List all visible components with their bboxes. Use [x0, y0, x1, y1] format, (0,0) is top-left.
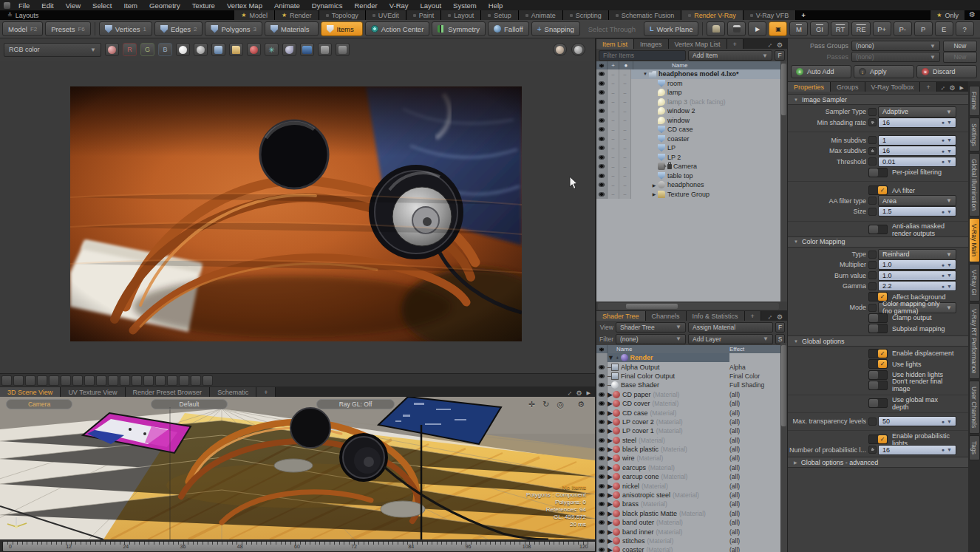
- item-panel-tab-images[interactable]: Images: [634, 39, 669, 49]
- visibility-cell[interactable]: [596, 180, 608, 190]
- layout-tab-scripting[interactable]: Scripting: [563, 10, 609, 20]
- channel-button[interactable]: [868, 304, 877, 312]
- section-header-global-options-advanced[interactable]: ▶Global options - advanced: [788, 457, 968, 468]
- item-row-cd-case[interactable]: ––CD case: [596, 125, 780, 134]
- section-header-image-sampler[interactable]: ▼Image Sampler: [788, 94, 968, 105]
- vertical-scrollbar[interactable]: [780, 61, 787, 301]
- item-row-window[interactable]: ––window: [596, 116, 780, 126]
- expander-open[interactable]: ▼: [642, 72, 649, 76]
- name-column-header[interactable]: Name: [608, 346, 729, 352]
- vray-button-e[interactable]: E: [935, 21, 953, 36]
- menu-render[interactable]: Render: [349, 1, 384, 10]
- checkbox-enable-displacement[interactable]: ✓: [868, 349, 888, 358]
- shader-row-band-inner[interactable]: ▶band inner(Material)(all): [596, 527, 787, 536]
- shader-row-final-color-output[interactable]: –Final Color OutputFinal Color: [596, 372, 787, 381]
- discard-button[interactable]: × Discard: [916, 65, 977, 78]
- menu-animate[interactable]: Animate: [268, 1, 306, 10]
- chevron-right-icon[interactable]: ▶: [587, 390, 591, 396]
- render-toggle-cell[interactable]: –: [608, 171, 619, 181]
- preview-sphere-button-2[interactable]: [571, 43, 585, 56]
- camera-view-button[interactable]: Camera: [6, 399, 72, 409]
- only-toggle[interactable]: ★ Only: [930, 10, 964, 20]
- layout-tab-model[interactable]: ★Model: [234, 10, 275, 20]
- expander[interactable]: ▶: [608, 409, 613, 417]
- visibility-cell[interactable]: [596, 390, 608, 399]
- image-icon[interactable]: [132, 375, 142, 386]
- eye-mini-icon[interactable]: ●: [942, 262, 945, 268]
- shader-row-coaster[interactable]: ▶coaster(Material)(all): [596, 545, 787, 552]
- chevron-right-icon[interactable]: ▶: [960, 85, 964, 91]
- visibility-cell[interactable]: [596, 162, 608, 171]
- red-sphere-button[interactable]: [247, 43, 261, 56]
- menu-edit[interactable]: Edit: [35, 1, 59, 10]
- expander[interactable]: ▶: [608, 528, 613, 536]
- shader-panel-tab-channels[interactable]: Channels: [646, 311, 687, 321]
- menu-select[interactable]: Select: [86, 1, 118, 10]
- color-presets-icon[interactable]: [105, 43, 119, 56]
- item-row-lamp[interactable]: ––lamp: [596, 88, 780, 98]
- render-toggle-cell[interactable]: –: [608, 79, 619, 89]
- channel-button[interactable]: [868, 282, 877, 290]
- snapping-button[interactable]: + Snapping: [531, 21, 580, 36]
- visibility-cell[interactable]: [596, 481, 608, 490]
- viewport-tab-3d-scene-view[interactable]: 3D Scene View: [0, 387, 61, 397]
- chevron-down-icon[interactable]: ▼: [947, 209, 952, 214]
- visibility-cell[interactable]: [596, 69, 608, 79]
- checkbox-enable-probabilistic-lights[interactable]: ✓: [868, 435, 888, 444]
- dropdown-type[interactable]: Reinhard▼: [878, 249, 956, 260]
- lock-toggle-cell[interactable]: –: [619, 106, 631, 116]
- item-row-table-top[interactable]: ––table top: [596, 171, 780, 181]
- properties-tab-groups[interactable]: Groups: [831, 82, 865, 92]
- expander[interactable]: ▶: [608, 464, 613, 471]
- shader-row-earcups[interactable]: ▶earcups(Material)(all): [596, 463, 787, 472]
- shader-row-brass[interactable]: ▶brass(Material)(all): [596, 500, 787, 508]
- zoom-icon[interactable]: ◎: [557, 400, 565, 409]
- white-ball-icon[interactable]: [176, 43, 190, 56]
- new-pass-group-button[interactable]: New: [943, 41, 977, 52]
- visibility-cell[interactable]: [596, 153, 608, 163]
- blue-channel-button[interactable]: B: [158, 43, 172, 56]
- chevron-down-icon[interactable]: ▼: [947, 273, 952, 278]
- hand-tool-button[interactable]: [707, 21, 725, 36]
- layout-tab-animate[interactable]: Animate: [519, 10, 563, 20]
- hatch-icon[interactable]: [108, 375, 118, 386]
- dropdown-sampler-type[interactable]: Adaptive▼: [878, 106, 956, 117]
- visibility-cell[interactable]: [596, 125, 608, 134]
- folder-icon-button[interactable]: [229, 43, 243, 56]
- layout-gear-icon[interactable]: ⚙: [964, 10, 980, 20]
- expander-closed[interactable]: ▶: [650, 191, 658, 197]
- side-tab-tags[interactable]: Tags: [969, 435, 980, 460]
- expander[interactable]: ▶: [608, 519, 613, 526]
- dropdown-mode[interactable]: Color mapping only (no gamma)▼: [878, 302, 956, 313]
- menu-system[interactable]: System: [447, 1, 483, 10]
- visibility-cell[interactable]: [596, 527, 608, 536]
- visibility-cell[interactable]: [596, 408, 608, 417]
- visibility-cell[interactable]: [596, 463, 608, 472]
- expander[interactable]: ▶: [608, 437, 613, 444]
- image-editor-icon[interactable]: [211, 43, 225, 56]
- 3d-scene-viewport[interactable]: Camera Default Ray GL: Off ✛ ↻ ◎ ⚙ No It…: [0, 397, 595, 539]
- symmetry-button[interactable]: Symmetry: [432, 21, 486, 36]
- expander[interactable]: ▶: [608, 537, 613, 545]
- falloff-button[interactable]: Falloff: [488, 21, 529, 36]
- pencil-icon[interactable]: [84, 375, 95, 386]
- side-tab-global-illumination[interactable]: Global Illumination: [969, 153, 980, 217]
- pass-groups-dropdown[interactable]: (none)▼: [851, 41, 940, 51]
- layouts-menu[interactable]: ≛ Layouts: [0, 10, 46, 20]
- preview-sphere-button[interactable]: [553, 43, 567, 56]
- item-row-lp-2[interactable]: ––LP 2: [596, 153, 780, 163]
- polygons-mode-button[interactable]: Polygons3: [205, 21, 262, 36]
- render-toggle-cell[interactable]: –: [608, 134, 619, 144]
- checkbox-use-hidden-lights[interactable]: [868, 370, 888, 380]
- item-row-headphones[interactable]: ––▶headphones: [596, 180, 780, 190]
- shader-row-steel[interactable]: ▶steel(Material)(all): [596, 436, 787, 445]
- item-panel-tab-vertex-map-list[interactable]: Vertex Map List: [669, 39, 727, 49]
- expander[interactable]: ▶: [608, 500, 613, 508]
- item-row-texture-group[interactable]: ––▶Texture Group: [596, 190, 780, 200]
- add-layer-dropdown[interactable]: Add Layer▼: [688, 334, 773, 344]
- image-a-button[interactable]: [318, 43, 332, 56]
- lock-toggle-cell[interactable]: –: [619, 190, 631, 200]
- layout-tab-layout[interactable]: Layout: [441, 10, 481, 20]
- input-multiplier[interactable]: 1.0●▼: [878, 259, 956, 270]
- render-toggle-cell[interactable]: –: [608, 180, 619, 190]
